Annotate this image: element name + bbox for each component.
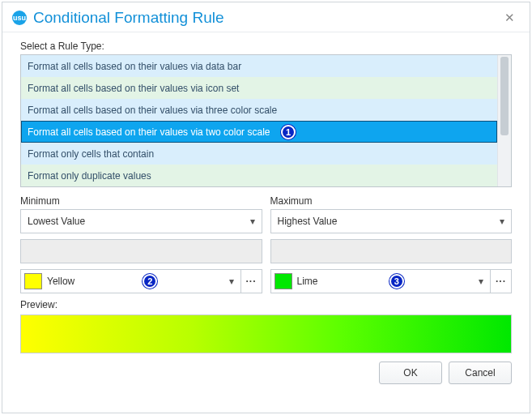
maximum-label: Maximum (270, 195, 513, 207)
dialog-footer: OK Cancel (20, 353, 512, 384)
maximum-color-more-button[interactable]: ··· (491, 269, 512, 293)
preview-box (20, 314, 512, 353)
maximum-type-value: Highest Value (278, 216, 338, 227)
scrollbar-thumb[interactable] (500, 57, 509, 135)
chevron-down-icon: ▾ (479, 276, 483, 287)
rule-type-list: Format all cells based on their values v… (20, 54, 512, 187)
conditional-formatting-dialog: usu Conditional Formatting Rule ✕ Select… (2, 2, 530, 413)
rule-type-item[interactable]: Format all cells based on their values v… (21, 55, 497, 77)
chevron-down-icon: ▾ (500, 216, 504, 227)
rule-type-item[interactable]: Format only duplicate values (21, 165, 497, 186)
rule-type-item[interactable]: Format only cells that contain (21, 143, 497, 165)
minimum-color-select[interactable]: Yellow 2 ▾ (20, 269, 241, 293)
rule-type-list-items: Format all cells based on their values v… (21, 55, 497, 186)
maximum-value-input (270, 239, 513, 263)
minimum-type-value: Lowest Value (28, 216, 85, 227)
rule-type-item-selected[interactable]: Format all cells based on their values v… (21, 121, 497, 143)
chevron-down-icon: ▾ (250, 216, 255, 227)
callout-1: 1 (281, 125, 296, 139)
rule-type-item[interactable]: Format all cells based on their values v… (21, 77, 497, 99)
minimum-color-name: Yellow (47, 276, 74, 287)
minimum-type-select[interactable]: Lowest Value ▾ (20, 209, 262, 233)
maximum-type-select[interactable]: Highest Value ▾ (270, 209, 513, 233)
preview-gradient (21, 315, 511, 353)
close-icon[interactable]: ✕ (500, 9, 520, 27)
scrollbar[interactable] (497, 55, 511, 186)
preview-label: Preview: (20, 299, 512, 310)
minimum-color-swatch (24, 273, 42, 289)
minimum-value-input (20, 239, 262, 263)
maximum-color-select[interactable]: Lime 3 ▾ (270, 269, 492, 293)
ok-button[interactable]: OK (379, 362, 442, 384)
rule-type-label: Select a Rule Type: (20, 41, 512, 52)
maximum-color-name: Lime (297, 276, 318, 287)
rule-type-item[interactable]: Format all cells based on their values v… (21, 99, 497, 121)
maximum-color-swatch (275, 273, 292, 289)
chevron-down-icon: ▾ (229, 276, 234, 287)
rule-type-item-label: Format all cells based on their values v… (28, 126, 270, 138)
titlebar: usu Conditional Formatting Rule ✕ (2, 2, 530, 32)
callout-2: 2 (143, 274, 157, 289)
cancel-button[interactable]: Cancel (449, 362, 512, 384)
app-icon: usu (12, 11, 27, 25)
callout-3: 3 (389, 274, 404, 289)
dialog-content: Select a Rule Type: Format all cells bas… (2, 32, 530, 413)
minimum-color-more-button[interactable]: ··· (241, 269, 262, 293)
dialog-title: Conditional Formatting Rule (33, 9, 500, 27)
minimum-label: Minimum (20, 195, 262, 207)
